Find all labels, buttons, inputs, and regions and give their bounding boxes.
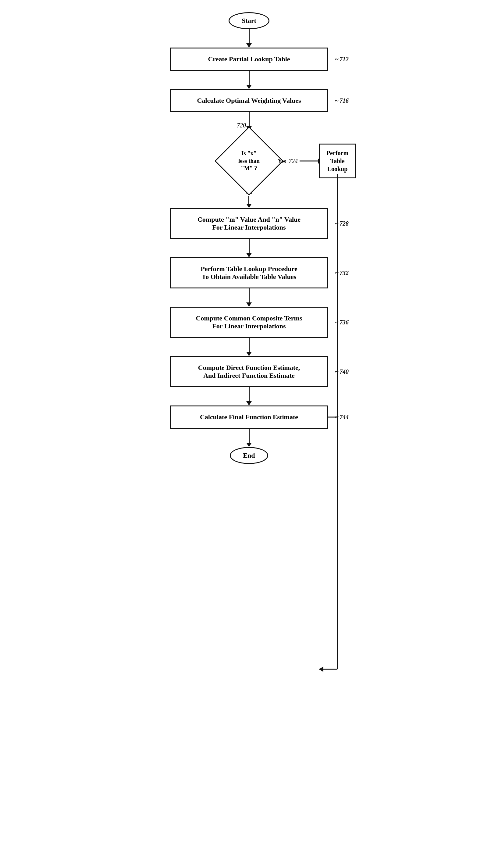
node-740-label: Compute Direct Function Estimate, And In… <box>198 364 300 379</box>
arrow-712-to-716 <box>246 71 252 89</box>
node-744-container: Calculate Final Function Estimate ~744 <box>142 405 356 429</box>
node-740: Compute Direct Function Estimate, And In… <box>170 356 328 387</box>
ref-744: ~744 <box>335 413 349 421</box>
arrow-no-down <box>246 196 252 208</box>
arrow-744-to-end <box>246 429 252 447</box>
node-744-label: Calculate Final Function Estimate <box>200 413 298 421</box>
start-node: Start <box>228 12 270 29</box>
start-label: Start <box>242 17 256 24</box>
arrow-start-to-712 <box>246 29 252 48</box>
node-736-label: Compute Common Composite Terms For Linea… <box>196 314 302 330</box>
node-716: Calculate Optimal Weighting Values ~716 <box>170 89 328 112</box>
ref-740: ~740 <box>335 368 349 376</box>
ref-716: ~716 <box>335 96 349 105</box>
arrow-732-to-736 <box>246 288 252 307</box>
yes-arrow-area: Yes 724 <box>278 158 322 165</box>
node-744: Calculate Final Function Estimate ~744 <box>170 405 328 429</box>
node-728: Compute "m" Value And "n" Value For Line… <box>170 208 328 239</box>
diamond-row: 720 Is "x"less than"M" ? Yes 724 Perform… <box>142 130 356 192</box>
ref-712: ~712 <box>335 55 349 63</box>
ref-720: 720 <box>237 122 246 129</box>
node-712-label: Create Partial Lookup Table <box>208 55 290 63</box>
node-720-label: Is "x"less than"M" ? <box>238 150 260 172</box>
node-712: Create Partial Lookup Table ~712 <box>170 48 328 71</box>
node-736: Compute Common Composite Terms For Linea… <box>170 307 328 338</box>
yes-line <box>300 161 318 161</box>
node-724: Perform Table Lookup <box>319 144 356 178</box>
arrow-728-to-732 <box>246 239 252 257</box>
node-732-label: Perform Table Lookup Procedure To Obtain… <box>200 265 298 281</box>
yes-label: Yes <box>278 158 286 164</box>
flowchart: Start Create Partial Lookup Table ~712 C… <box>142 12 356 856</box>
node-728-label: Compute "m" Value And "n" Value For Line… <box>197 216 301 231</box>
arrow-736-to-740 <box>246 338 252 356</box>
node-716-label: Calculate Optimal Weighting Values <box>197 96 301 104</box>
node-724-label: Perform Table Lookup <box>326 150 348 172</box>
ref-728: ~728 <box>335 220 349 228</box>
node-720: Is "x"less than"M" ? <box>219 130 279 192</box>
ref-736: ~736 <box>335 318 349 326</box>
arrowhead-744-poly <box>319 666 323 672</box>
end-label: End <box>243 452 255 459</box>
end-node: End <box>230 447 268 464</box>
arrow-740-to-744 <box>246 387 252 405</box>
ref-724-label: 724 <box>289 158 298 165</box>
ref-732: ~732 <box>335 269 349 277</box>
node-732: Perform Table Lookup Procedure To Obtain… <box>170 257 328 288</box>
